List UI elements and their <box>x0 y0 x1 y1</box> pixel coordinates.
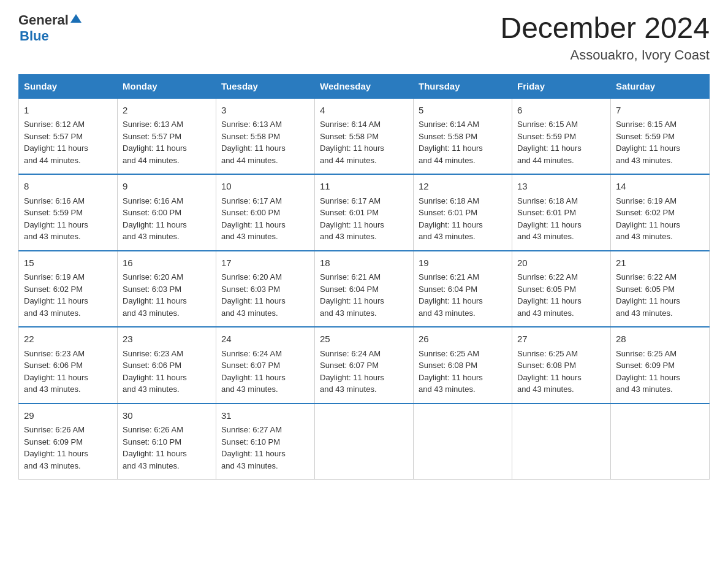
day-info: Sunrise: 6:24 AMSunset: 6:07 PMDaylight:… <box>221 348 309 396</box>
day-info: Sunrise: 6:13 AMSunset: 5:58 PMDaylight:… <box>221 118 309 166</box>
day-number: 24 <box>221 332 309 347</box>
day-number: 14 <box>616 180 704 194</box>
day-number: 11 <box>320 180 408 194</box>
page-header: General Blue December 2024 Assouakro, Iv… <box>18 12 710 63</box>
day-info: Sunrise: 6:19 AMSunset: 6:02 PMDaylight:… <box>616 195 704 243</box>
day-number: 7 <box>616 104 704 118</box>
calendar-cell: 24Sunrise: 6:24 AMSunset: 6:07 PMDayligh… <box>216 327 315 404</box>
header-day-thursday: Thursday <box>414 74 512 98</box>
day-info: Sunrise: 6:18 AMSunset: 6:01 PMDaylight:… <box>517 195 605 243</box>
day-number: 16 <box>123 256 211 270</box>
day-info: Sunrise: 6:24 AMSunset: 6:07 PMDaylight:… <box>320 348 408 396</box>
day-info: Sunrise: 6:26 AMSunset: 6:09 PMDaylight:… <box>24 424 112 472</box>
calendar-cell: 19Sunrise: 6:21 AMSunset: 6:04 PMDayligh… <box>414 251 512 327</box>
week-row-4: 22Sunrise: 6:23 AMSunset: 6:06 PMDayligh… <box>19 327 710 404</box>
logo-general-text: General <box>18 12 69 28</box>
calendar-cell: 1Sunrise: 6:12 AMSunset: 5:57 PMDaylight… <box>19 98 118 175</box>
calendar-cell: 7Sunrise: 6:15 AMSunset: 5:59 PMDaylight… <box>611 98 710 175</box>
calendar-cell: 28Sunrise: 6:25 AMSunset: 6:09 PMDayligh… <box>611 327 710 404</box>
header-day-saturday: Saturday <box>611 74 710 98</box>
day-info: Sunrise: 6:15 AMSunset: 5:59 PMDaylight:… <box>616 118 704 166</box>
day-info: Sunrise: 6:20 AMSunset: 6:03 PMDaylight:… <box>221 271 309 319</box>
day-number: 27 <box>517 332 605 347</box>
day-info: Sunrise: 6:21 AMSunset: 6:04 PMDaylight:… <box>320 271 408 319</box>
day-info: Sunrise: 6:18 AMSunset: 6:01 PMDaylight:… <box>419 195 507 243</box>
week-row-3: 15Sunrise: 6:19 AMSunset: 6:02 PMDayligh… <box>19 251 710 327</box>
header-day-tuesday: Tuesday <box>216 74 315 98</box>
calendar-cell: 5Sunrise: 6:14 AMSunset: 5:58 PMDaylight… <box>414 98 512 175</box>
day-info: Sunrise: 6:21 AMSunset: 6:04 PMDaylight:… <box>419 271 507 319</box>
day-number: 28 <box>616 332 704 347</box>
day-number: 10 <box>221 180 309 194</box>
day-number: 19 <box>419 256 507 270</box>
logo-line1: General <box>18 12 82 28</box>
calendar-cell: 21Sunrise: 6:22 AMSunset: 6:05 PMDayligh… <box>611 251 710 327</box>
calendar-cell <box>414 404 512 480</box>
day-number: 8 <box>24 180 112 194</box>
calendar-cell: 18Sunrise: 6:21 AMSunset: 6:04 PMDayligh… <box>315 251 414 327</box>
title-section: December 2024 Assouakro, Ivory Coast <box>500 12 710 63</box>
calendar-cell: 15Sunrise: 6:19 AMSunset: 6:02 PMDayligh… <box>19 251 118 327</box>
day-number: 2 <box>123 104 211 118</box>
calendar-cell <box>315 404 414 480</box>
day-info: Sunrise: 6:27 AMSunset: 6:10 PMDaylight:… <box>221 424 309 472</box>
day-info: Sunrise: 6:17 AMSunset: 6:01 PMDaylight:… <box>320 195 408 243</box>
day-number: 23 <box>123 332 211 347</box>
day-number: 18 <box>320 256 408 270</box>
calendar-cell: 22Sunrise: 6:23 AMSunset: 6:06 PMDayligh… <box>19 327 118 404</box>
day-info: Sunrise: 6:25 AMSunset: 6:08 PMDaylight:… <box>517 348 605 396</box>
calendar-cell: 2Sunrise: 6:13 AMSunset: 5:57 PMDaylight… <box>118 98 216 175</box>
calendar-cell: 3Sunrise: 6:13 AMSunset: 5:58 PMDaylight… <box>216 98 315 175</box>
calendar-cell: 8Sunrise: 6:16 AMSunset: 5:59 PMDaylight… <box>19 174 118 251</box>
week-row-1: 1Sunrise: 6:12 AMSunset: 5:57 PMDaylight… <box>19 98 710 175</box>
calendar-header-row: SundayMondayTuesdayWednesdayThursdayFrid… <box>19 74 710 98</box>
day-info: Sunrise: 6:20 AMSunset: 6:03 PMDaylight:… <box>123 271 211 319</box>
svg-marker-0 <box>70 14 82 23</box>
day-number: 22 <box>24 332 112 347</box>
calendar-cell <box>512 404 611 480</box>
calendar-cell: 25Sunrise: 6:24 AMSunset: 6:07 PMDayligh… <box>315 327 414 404</box>
day-info: Sunrise: 6:25 AMSunset: 6:09 PMDaylight:… <box>616 348 704 396</box>
month-title: December 2024 <box>500 12 710 45</box>
day-info: Sunrise: 6:22 AMSunset: 6:05 PMDaylight:… <box>517 271 605 319</box>
header-day-wednesday: Wednesday <box>315 74 414 98</box>
day-number: 4 <box>320 104 408 118</box>
location-title: Assouakro, Ivory Coast <box>500 47 710 63</box>
calendar-cell: 11Sunrise: 6:17 AMSunset: 6:01 PMDayligh… <box>315 174 414 251</box>
header-day-monday: Monday <box>118 74 216 98</box>
day-number: 5 <box>419 104 507 118</box>
day-info: Sunrise: 6:23 AMSunset: 6:06 PMDaylight:… <box>24 348 112 396</box>
calendar-cell: 31Sunrise: 6:27 AMSunset: 6:10 PMDayligh… <box>216 404 315 480</box>
logo-blue-text: Blue <box>18 28 49 44</box>
day-number: 6 <box>517 104 605 118</box>
calendar-cell: 30Sunrise: 6:26 AMSunset: 6:10 PMDayligh… <box>118 404 216 480</box>
day-info: Sunrise: 6:23 AMSunset: 6:06 PMDaylight:… <box>123 348 211 396</box>
calendar-cell: 10Sunrise: 6:17 AMSunset: 6:00 PMDayligh… <box>216 174 315 251</box>
calendar-cell: 20Sunrise: 6:22 AMSunset: 6:05 PMDayligh… <box>512 251 611 327</box>
header-day-sunday: Sunday <box>19 74 118 98</box>
calendar-cell: 9Sunrise: 6:16 AMSunset: 6:00 PMDaylight… <box>118 174 216 251</box>
header-day-friday: Friday <box>512 74 611 98</box>
day-info: Sunrise: 6:12 AMSunset: 5:57 PMDaylight:… <box>24 118 112 166</box>
calendar-cell: 12Sunrise: 6:18 AMSunset: 6:01 PMDayligh… <box>414 174 512 251</box>
day-info: Sunrise: 6:16 AMSunset: 5:59 PMDaylight:… <box>24 195 112 243</box>
week-row-2: 8Sunrise: 6:16 AMSunset: 5:59 PMDaylight… <box>19 174 710 251</box>
day-number: 26 <box>419 332 507 347</box>
calendar-cell: 13Sunrise: 6:18 AMSunset: 6:01 PMDayligh… <box>512 174 611 251</box>
calendar-cell: 23Sunrise: 6:23 AMSunset: 6:06 PMDayligh… <box>118 327 216 404</box>
week-row-5: 29Sunrise: 6:26 AMSunset: 6:09 PMDayligh… <box>19 404 710 480</box>
day-number: 9 <box>123 180 211 194</box>
calendar-cell: 14Sunrise: 6:19 AMSunset: 6:02 PMDayligh… <box>611 174 710 251</box>
day-number: 21 <box>616 256 704 270</box>
day-number: 3 <box>221 104 309 118</box>
logo-triangle-icon <box>70 13 82 24</box>
day-number: 30 <box>123 409 211 423</box>
day-number: 1 <box>24 104 112 118</box>
calendar-cell: 16Sunrise: 6:20 AMSunset: 6:03 PMDayligh… <box>118 251 216 327</box>
day-number: 20 <box>517 256 605 270</box>
day-number: 25 <box>320 332 408 347</box>
logo: General Blue <box>18 12 82 44</box>
calendar-cell: 17Sunrise: 6:20 AMSunset: 6:03 PMDayligh… <box>216 251 315 327</box>
calendar-cell: 4Sunrise: 6:14 AMSunset: 5:58 PMDaylight… <box>315 98 414 175</box>
calendar-table: SundayMondayTuesdayWednesdayThursdayFrid… <box>18 74 710 480</box>
